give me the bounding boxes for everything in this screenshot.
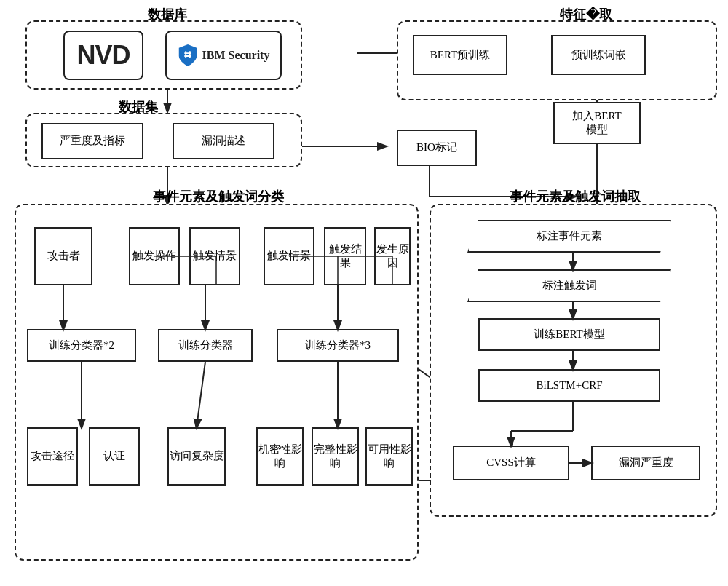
access-complexity-label: 访问复杂度 [170, 449, 224, 464]
trigger-op-label: 触发操作 [132, 249, 176, 264]
nvd-logo: NVD [76, 39, 130, 73]
event-classification-label: 事件元素及触发词分类 [22, 188, 415, 205]
severity-label: 严重度及指标 [60, 134, 125, 149]
auth-box: 认证 [89, 427, 140, 486]
svg-line-34 [197, 362, 205, 427]
confidentiality-label: 机密性影响 [258, 443, 302, 471]
trigger-scene1-label: 触发情景 [193, 249, 237, 264]
feature-extraction-region: BERT预训练 预训练词嵌 [397, 20, 717, 100]
pretrain-embedding-label: 预训练词嵌 [571, 48, 626, 63]
vuln-severity-box: 漏洞严重度 [591, 446, 700, 480]
trigger-scene2-box: 触发情景 [264, 227, 314, 285]
database-region: NVD IBM Security [25, 20, 302, 90]
confidentiality-box: 机密性影响 [256, 427, 304, 486]
train-cls1-box: 训练分类器 [158, 329, 253, 362]
attack-path-box: 攻击途径 [27, 427, 78, 486]
train-cls2-box: 训练分类器*2 [27, 329, 136, 362]
bert-pretrain-box: BERT预训练 [413, 35, 507, 75]
severity-box: 严重度及指标 [41, 123, 143, 159]
annotate-trigger-label: 标注触发词 [542, 279, 597, 293]
cause-box: 发生原因 [374, 227, 411, 285]
train-cls3-box: 训练分类器*3 [277, 329, 399, 362]
attacker-label: 攻击者 [47, 249, 80, 264]
nvd-box: NVD [63, 31, 143, 80]
vuln-severity-label: 漏洞严重度 [619, 456, 673, 470]
ibm-security-box: IBM Security [165, 31, 282, 80]
bilstm-crf-label: BiLSTM+CRF [537, 379, 603, 393]
attacker-box: 攻击者 [34, 227, 92, 285]
bilstm-crf-box: BiLSTM+CRF [478, 369, 660, 402]
cvss-calc-label: CVSS计算 [486, 456, 536, 470]
annotate-trigger-box: 标注触发词 [467, 269, 671, 302]
trigger-result-label: 触发结果 [325, 242, 365, 271]
event-extraction-region: 标注事件元素 标注触发词 训练BERT模型 BiLSTM+CRF CVSS计算 … [430, 204, 717, 517]
trigger-scene2-label: 触发情景 [267, 249, 311, 264]
bio-tag-label: BIO标记 [416, 140, 457, 155]
annotate-event-label: 标注事件元素 [537, 229, 602, 243]
event-classification-region: 攻击者 触发操作 触发情景 触发情景 触发结果 发生原因 训练分类器*2 训练分… [15, 204, 419, 561]
join-bert-box: 加入BERT 模型 [553, 102, 641, 144]
integrity-box: 完整性影响 [312, 427, 359, 486]
trigger-op-box: 触发操作 [129, 227, 180, 285]
auth-label: 认证 [103, 449, 125, 464]
ibm-logo: IBM Security [178, 44, 270, 67]
integrity-label: 完整性影响 [313, 443, 357, 471]
cause-label: 发生原因 [376, 242, 409, 271]
vuln-desc-label: 漏洞描述 [202, 134, 245, 149]
event-extraction-label: 事件元素及触发词抽取 [430, 188, 721, 205]
train-bert-label: 训练BERT模型 [534, 328, 604, 342]
join-bert-label: 加入BERT 模型 [572, 109, 621, 138]
train-cls3-label: 训练分类器*3 [305, 338, 371, 353]
annotate-event-box: 标注事件元素 [467, 220, 671, 253]
train-bert-box: 训练BERT模型 [478, 318, 660, 351]
access-complexity-box: 访问复杂度 [167, 427, 226, 486]
main-diagram: 数据库 NVD IBM Security 数据集 严重度及指标 漏洞描述 特 [0, 0, 728, 586]
pretrain-embedding-box: 预训练词嵌 [551, 35, 646, 75]
dataset-region: 严重度及指标 漏洞描述 [25, 113, 302, 167]
attack-path-label: 攻击途径 [31, 449, 74, 464]
vuln-desc-box: 漏洞描述 [173, 123, 274, 159]
ibm-shield-icon [178, 44, 198, 67]
trigger-result-box: 触发结果 [324, 227, 366, 285]
bio-tag-box: BIO标记 [397, 130, 477, 166]
availability-box: 可用性影响 [365, 427, 413, 486]
train-cls2-label: 训练分类器*2 [49, 338, 114, 353]
availability-label: 可用性影响 [367, 443, 411, 471]
bert-pretrain-label: BERT预训练 [430, 48, 490, 63]
cvss-calc-box: CVSS计算 [453, 446, 569, 480]
train-cls1-label: 训练分类器 [178, 338, 233, 353]
trigger-scene1-box: 触发情景 [189, 227, 240, 285]
ibm-security-label: IBM Security [202, 48, 270, 63]
